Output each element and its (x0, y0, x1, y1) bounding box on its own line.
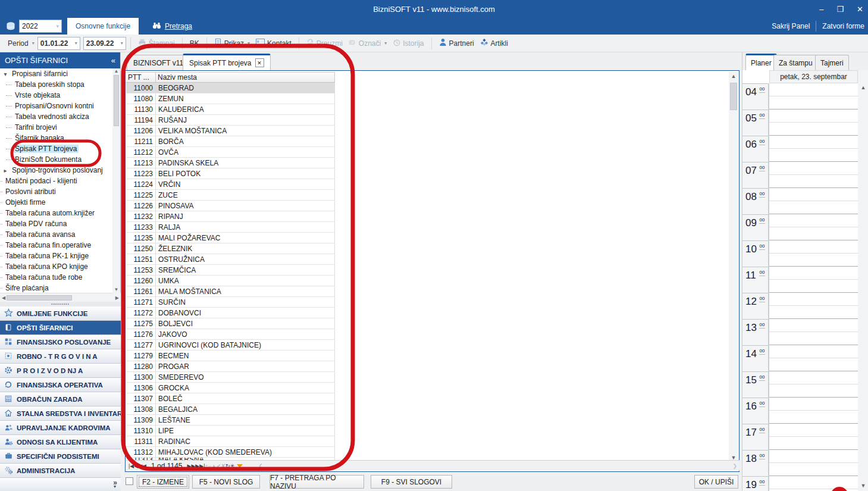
scroll-down-icon[interactable]: ▼ (858, 483, 868, 489)
table-row[interactable]: 11277UGRINOVCI (KOD BATAJNICE) (126, 340, 335, 351)
tree-item-propisani-osnovni-kontni[interactable]: Propisani/Osnovni kontni (0, 101, 121, 111)
prior-page-button[interactable]: ◀◀ (134, 463, 142, 469)
tree-item-spoljno-trgovinsko-poslovanj[interactable]: ▸Spoljno-trgovinsko poslovanj (0, 165, 121, 176)
planner-slot[interactable] (769, 424, 858, 437)
planner-slot[interactable] (769, 227, 858, 240)
table-row[interactable]: 11261MALA MOŠTANICA (126, 286, 335, 297)
planner-slot[interactable] (769, 240, 858, 254)
tree-item-tabela-ra-una-autom-knji-er[interactable]: Tabela računa autom.knjižer (0, 208, 121, 218)
table-row[interactable]: 11276JAKOVO (126, 329, 335, 340)
oznaci-button[interactable]: Označi ▾ (346, 36, 390, 51)
cancel-edit-button[interactable]: ✘ (221, 463, 226, 469)
artikli-button[interactable]: Artikli (477, 36, 511, 51)
edit-record-button[interactable]: ▲ (211, 463, 217, 469)
tree-item-tabela-ra-una-tu-e-robe[interactable]: Tabela računa tuđe robe (0, 272, 121, 283)
first-record-button[interactable]: |◀ (129, 463, 134, 469)
prikaz-button[interactable]: Prikaz ▾ (211, 36, 253, 51)
tree-item-tabela-poreskih-stopa[interactable]: Tabela poreskih stopa (0, 79, 121, 90)
tree-item-vrste-objekata[interactable]: Vrste objekata (0, 90, 121, 101)
planner-slot[interactable] (769, 463, 858, 476)
table-row[interactable]: 11212OVČA (126, 147, 335, 158)
preuzmi-button[interactable]: Preuzmi (303, 36, 346, 51)
planner-slot[interactable] (769, 162, 858, 175)
tab-osnovne-funkcije[interactable]: Osnovne funkcije (67, 18, 139, 35)
bk-button[interactable]: BK (187, 36, 202, 51)
column-header-ptt[interactable]: PTT ... (126, 73, 156, 82)
scroll-thumb[interactable] (730, 83, 737, 110)
table-row[interactable]: 11194RUŠANJ (126, 115, 335, 126)
hscroll-right-icon[interactable]: ❯ (732, 463, 737, 469)
grid-scrollbar[interactable]: ▲ ▼ (729, 72, 738, 462)
close-tab-icon[interactable]: ✕ (255, 58, 264, 67)
period-dropdown[interactable]: Period ▾ (5, 36, 37, 51)
scroll-up-icon[interactable]: ▲ (729, 73, 738, 79)
sidebar-item-omiljene-funkcije[interactable]: OMILJENE FUNKCIJE (0, 307, 121, 321)
table-row[interactable]: 11250ŽELEZNIK (126, 243, 335, 254)
scroll-left-icon[interactable]: ◀ (2, 295, 5, 301)
planner-slot[interactable] (769, 149, 858, 162)
planner-slot[interactable] (769, 319, 858, 332)
planner-slot[interactable] (769, 136, 858, 149)
table-row[interactable]: 11211BORČA (126, 136, 335, 147)
table-row[interactable]: 11308BEGALJICA (126, 404, 335, 415)
planner-slot[interactable] (769, 450, 858, 463)
column-header-naziv-mesta[interactable]: Naziv mesta (156, 73, 335, 82)
ok-upisi-button[interactable]: OK / UPIŠI (694, 475, 738, 489)
tree-item-objekti-firme[interactable]: Objekti firme (0, 197, 121, 208)
tree-hscrollbar[interactable]: ◀ ▶ (0, 293, 121, 302)
table-row[interactable]: 11272DOBANOVCI (126, 308, 335, 318)
table-row[interactable]: 11225ZUCE (126, 190, 335, 201)
planner-slot[interactable] (769, 384, 858, 398)
planner-slot[interactable] (769, 96, 858, 110)
sidebar-item-upravljanje-kadrovima[interactable]: UPRAVLJANJE KADROVIMA (0, 421, 121, 435)
tree-item-tabela-ra-una-kpo-knjige[interactable]: Tabela računa KPO knjige (0, 261, 121, 272)
planner-slot[interactable] (769, 345, 858, 358)
tree-item-mati-ni-podaci-klijenti[interactable]: Matični podaci - klijenti (0, 176, 121, 186)
tree-item-ifarnik-banaka[interactable]: Šifarnik banaka (0, 133, 121, 143)
table-row[interactable]: 11307BOLEČ (126, 393, 335, 404)
last-record-button[interactable]: ▶| (199, 463, 205, 469)
sidebar-item-obra-un-zarada[interactable]: OBRAČUN ZARADA (0, 392, 121, 406)
table-row[interactable]: 11226PINOSAVA (126, 201, 335, 211)
planner-slot[interactable] (769, 371, 858, 384)
sidebar-item-odnosi-sa-klijentima[interactable]: ODNOSI SA KLIJENTIMA (0, 435, 121, 449)
sidebar-item-op-ti-ifarnici[interactable]: OPŠTI ŠIFARNICI (0, 321, 121, 335)
tree-item-tabela-ra-una-fin-operative[interactable]: Tabela računa fin.operative (0, 240, 121, 251)
tree-item-propisani-ifarnici[interactable]: ▾Propisani šifarnici (0, 68, 121, 79)
tab-tajmeri[interactable]: Tajmeri (815, 55, 849, 70)
chevron-right-icon[interactable]: ▸ (0, 167, 11, 174)
table-row[interactable]: 11300SMEDEREVO (126, 372, 335, 383)
tab-spisak-ptt-brojeva[interactable]: Spisak PTT brojeva ✕ (183, 54, 271, 70)
planner-slot[interactable] (769, 175, 858, 188)
post-edit-button[interactable]: ✔ (217, 463, 221, 469)
partneri-button[interactable]: Partneri (436, 36, 477, 51)
tree-item-tarifni-brojevi[interactable]: Tarifni brojevi (0, 122, 121, 133)
planner-slot[interactable] (769, 280, 858, 293)
table-row[interactable]: 11271SURČIN (126, 297, 335, 308)
tab-za-stampu[interactable]: Za štampu (773, 55, 818, 70)
planner-slot[interactable] (769, 306, 858, 319)
tree-item-tabela-ra-una-pk-1-knjige[interactable]: Tabela računa PK-1 knjige (0, 251, 121, 261)
table-row[interactable]: 11279BECMEN (126, 351, 335, 361)
table-row[interactable]: 11260UMKA (126, 276, 335, 286)
stampaj-button[interactable]: Štampaj (135, 36, 178, 51)
tree-item-biznisoft-dokumenta[interactable]: BizniSoft Dokumenta (0, 154, 121, 165)
table-row[interactable]: 11000BEOGRAD (126, 83, 335, 93)
sidebar-item-administracija[interactable]: ADMINISTRACIJA (0, 464, 121, 478)
f9-svi-slogovi-button[interactable]: F9 - SVI SLOGOVI (371, 475, 452, 489)
planner-slot[interactable] (769, 214, 858, 227)
chevron-down-icon[interactable]: ▾ (114, 484, 116, 489)
scroll-up-icon[interactable]: ▲ (858, 85, 868, 90)
table-row[interactable]: 11280PROGAR (126, 361, 335, 372)
sidebar-item-finansijska-operativa[interactable]: FINANSIJSKA OPERATIVA (0, 378, 121, 392)
minimize-button[interactable]: – (819, 5, 823, 14)
planner-scrollbar[interactable]: ▲ ▼ (858, 70, 868, 491)
istorija-button[interactable]: Istorija (390, 36, 427, 51)
prior-record-button[interactable]: ◀ (142, 463, 146, 469)
table-row[interactable]: 11311RADINAC (126, 436, 335, 447)
planner-slot[interactable] (769, 411, 858, 424)
table-row[interactable]: 11312MIHAJLOVAC (KOD SMEDEREVA) (126, 447, 335, 458)
planner-slot[interactable] (769, 123, 858, 136)
zatvori-forme-link[interactable]: Zatvori forme (822, 22, 864, 30)
table-row[interactable]: 11309LEŠTANE (126, 415, 335, 426)
